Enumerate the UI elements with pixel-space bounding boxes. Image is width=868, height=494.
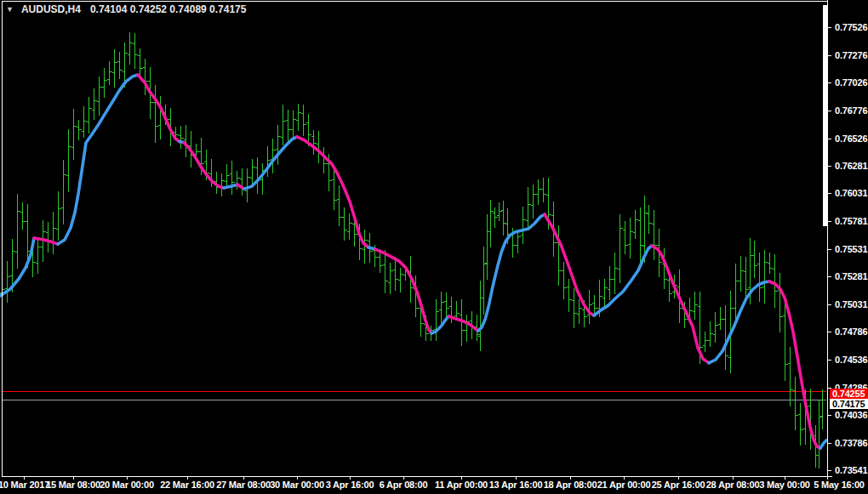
ma-segment-up <box>431 316 448 333</box>
ohlc-bar-close-ticks <box>3 43 825 456</box>
price-axis-label: 0.77026 <box>835 77 867 88</box>
bid-price-badge: 0.74175 <box>830 399 868 409</box>
price-axis-label: 0.76526 <box>835 133 867 144</box>
ohlc-values: 0.74104 0.74252 0.74089 0.74175 <box>90 3 247 15</box>
ma-segment-up <box>224 185 237 188</box>
ohlc-bars <box>3 32 823 468</box>
symbol-dropdown-icon[interactable]: ▼ <box>6 4 14 14</box>
price-axis-label: 0.76776 <box>835 105 867 116</box>
ma-segment-up <box>58 75 138 244</box>
ma-segment-up <box>594 246 652 315</box>
price-axis-label: 0.74536 <box>835 355 867 365</box>
price-axis-label: 0.76281 <box>835 161 867 171</box>
ask-price-badge: 0.74255 <box>830 389 868 399</box>
price-axis-label: 0.75281 <box>835 271 867 281</box>
ohlc-bar-open-ticks <box>0 44 823 456</box>
ma-segment-down <box>448 316 478 331</box>
ma-segment-down <box>184 143 224 189</box>
chart-window: ▼ AUDUSD,H4 0.74104 0.74252 0.74089 0.74… <box>0 0 868 494</box>
price-axis-label: 0.73541 <box>835 465 867 475</box>
time-axis-label: 5 May 16:00 <box>798 480 868 490</box>
ma-segment-up <box>709 281 769 363</box>
price-axis-label: 0.76031 <box>835 188 867 198</box>
price-axis-label: 0.75031 <box>835 299 867 309</box>
price-axis-label: 0.74786 <box>835 326 867 337</box>
ma-segment-down <box>138 75 180 142</box>
chart-title: ▼ AUDUSD,H4 0.74104 0.74252 0.74089 0.74… <box>6 3 246 15</box>
ma-segment-down <box>297 137 368 247</box>
price-axis-label: 0.77276 <box>835 50 867 60</box>
price-axis-label: 0.75781 <box>835 216 867 226</box>
price-axis-label: 0.73786 <box>835 438 867 448</box>
price-axis-label: 0.77526 <box>835 22 867 32</box>
ma-segment-down <box>375 249 431 333</box>
price-axis-label: 0.74036 <box>835 410 867 420</box>
chart-plot[interactable] <box>0 0 868 494</box>
price-axis-label: 0.75531 <box>835 244 867 254</box>
ma-segment-up <box>820 440 826 448</box>
symbol-period-label: AUDUSD,H4 <box>21 3 81 15</box>
